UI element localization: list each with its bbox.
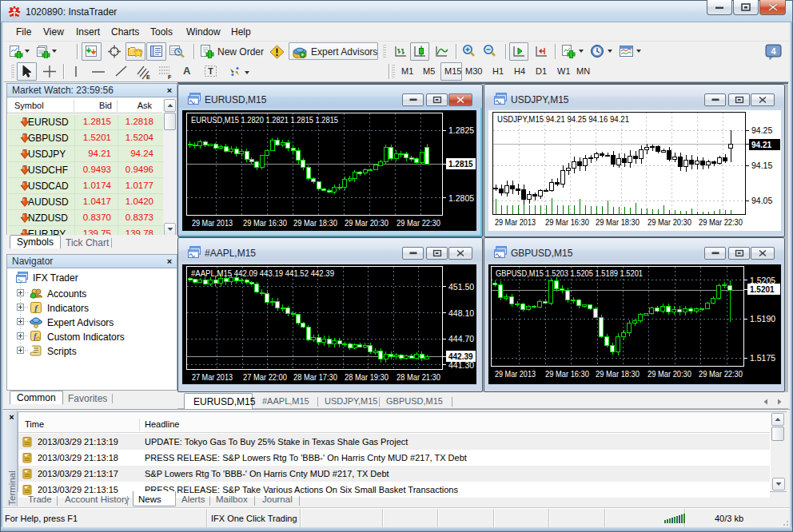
svg-text:28 Mar 19:30: 28 Mar 19:30 xyxy=(345,372,389,382)
svg-text:F: F xyxy=(168,74,172,80)
svg-text:USDJPY,M15 94.21 94.25 94.16: USDJPY,M15 94.21 94.25 94.16 94.21 xyxy=(497,114,629,124)
svg-text:#AAPL,M15 442.09 443.19 441.5: #AAPL,M15 442.09 443.19 441.52 442.39 xyxy=(191,268,334,278)
svg-text:29 Mar 22:30: 29 Mar 22:30 xyxy=(396,218,440,228)
svg-text:27 Mar 2013: 27 Mar 2013 xyxy=(192,372,233,382)
svg-text:GBPUSD,M15 1.5203 1.5205 1.51: GBPUSD,M15 1.5203 1.5205 1.5189 1.5201 xyxy=(496,268,643,278)
svg-text:29 Mar 18:30: 29 Mar 18:30 xyxy=(293,218,337,228)
svg-text:451.50: 451.50 xyxy=(448,282,474,292)
svg-text:29 Mar 18:30: 29 Mar 18:30 xyxy=(596,369,640,379)
svg-text:1.2805: 1.2805 xyxy=(448,193,474,203)
svg-text:T: T xyxy=(208,66,213,76)
svg-text:27 Mar 22:00: 27 Mar 22:00 xyxy=(243,372,287,382)
svg-text:29 Mar 18:30: 29 Mar 18:30 xyxy=(596,217,640,227)
svg-text:29 Mar 2013: 29 Mar 2013 xyxy=(495,369,536,379)
svg-text:28 Mar 21:30: 28 Mar 21:30 xyxy=(396,372,440,382)
svg-text:94.21: 94.21 xyxy=(751,141,771,149)
svg-text:444.70: 444.70 xyxy=(448,334,474,343)
svg-text:29 Mar 22:30: 29 Mar 22:30 xyxy=(699,369,743,379)
svg-text:1.2815: 1.2815 xyxy=(448,160,473,169)
svg-text:94.25: 94.25 xyxy=(751,125,772,135)
svg-text:441.30: 441.30 xyxy=(448,360,474,370)
svg-text:29 Mar 20:30: 29 Mar 20:30 xyxy=(345,218,389,228)
svg-text:29 Mar 22:30: 29 Mar 22:30 xyxy=(699,217,743,227)
svg-text:1.5205: 1.5205 xyxy=(750,276,775,285)
svg-text:1.5175: 1.5175 xyxy=(750,353,775,363)
svg-text:E: E xyxy=(146,74,150,80)
svg-text:94.05: 94.05 xyxy=(751,196,772,205)
svg-text:29 Mar 2013: 29 Mar 2013 xyxy=(495,217,536,227)
svg-text:1.5190: 1.5190 xyxy=(750,314,775,324)
svg-text:29 Mar 16:30: 29 Mar 16:30 xyxy=(545,369,589,379)
svg-text:28 Mar 17:30: 28 Mar 17:30 xyxy=(293,372,337,382)
svg-text:448.10: 448.10 xyxy=(448,308,474,318)
svg-text:29 Mar 16:30: 29 Mar 16:30 xyxy=(243,218,287,228)
svg-text:29 Mar 20:30: 29 Mar 20:30 xyxy=(648,217,691,227)
svg-text:29 Mar 2013: 29 Mar 2013 xyxy=(192,218,233,228)
svg-text:29 Mar 16:30: 29 Mar 16:30 xyxy=(545,217,589,227)
svg-text:EURUSD,M15 1.2820 1.2821 1.28: EURUSD,M15 1.2820 1.2821 1.2815 1.2815 xyxy=(191,115,338,125)
svg-text:1.2825: 1.2825 xyxy=(448,125,474,135)
svg-text:1.5201: 1.5201 xyxy=(750,285,775,294)
svg-text:4: 4 xyxy=(771,46,776,56)
svg-text:29 Mar 20:30: 29 Mar 20:30 xyxy=(648,369,691,379)
svg-text:94.15: 94.15 xyxy=(751,161,772,170)
